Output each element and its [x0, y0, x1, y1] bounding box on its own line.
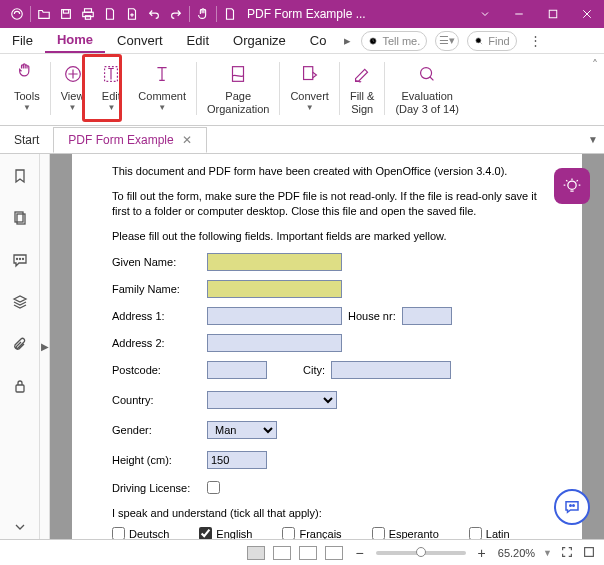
redo-icon[interactable] — [165, 0, 187, 28]
hint-bulb-button[interactable] — [554, 168, 590, 204]
fit-page-button[interactable] — [582, 545, 596, 561]
ribbon-tools[interactable]: Tools ▼ — [6, 58, 48, 125]
fullscreen-button[interactable] — [560, 545, 574, 561]
label-postcode: Postcode: — [112, 364, 207, 376]
input-given-name[interactable] — [207, 253, 342, 271]
ribbon: Tools ▼ View ▼ Edit ▼ Comment ▼ Page Org… — [0, 54, 604, 126]
input-house-nr[interactable] — [402, 307, 452, 325]
filter-button[interactable]: ☰▾ — [435, 31, 459, 51]
sidebar-more-icon[interactable] — [8, 515, 32, 539]
ribbon-comment[interactable]: Comment ▼ — [130, 58, 194, 125]
view-continuous[interactable] — [273, 546, 291, 560]
menu-home[interactable]: Home — [45, 28, 105, 53]
zoom-dropdown[interactable]: ▼ — [543, 548, 552, 558]
tabs-dropdown[interactable]: ▼ — [588, 134, 598, 145]
pdf-page: This document and PDF form have been cre… — [72, 154, 582, 539]
save-icon[interactable] — [55, 0, 77, 28]
view-two-page[interactable] — [299, 546, 317, 560]
svg-rect-12 — [303, 67, 312, 80]
label-driving: Driving License: — [112, 482, 207, 494]
new-page-icon[interactable] — [121, 0, 143, 28]
menu-kebab[interactable]: ⋮ — [521, 33, 550, 48]
input-postcode[interactable] — [207, 361, 267, 379]
comments-icon[interactable] — [8, 248, 32, 272]
menu-overflow[interactable]: ▸ — [338, 33, 357, 48]
ribbon-evaluation[interactable]: Evaluation (Day 3 of 14) — [387, 58, 467, 125]
input-address1[interactable] — [207, 307, 342, 325]
select-country[interactable] — [207, 391, 337, 409]
svg-point-0 — [12, 9, 23, 20]
minimize-button[interactable] — [502, 0, 536, 28]
svg-point-21 — [570, 505, 572, 507]
input-address2[interactable] — [207, 334, 342, 352]
label-given-name: Given Name: — [112, 256, 207, 268]
checkbox-deutsch[interactable] — [112, 527, 125, 539]
undo-icon[interactable] — [143, 0, 165, 28]
hand-icon[interactable] — [192, 0, 214, 28]
print-icon[interactable] — [77, 0, 99, 28]
svg-point-8 — [476, 37, 481, 42]
find-search[interactable]: Find — [467, 31, 516, 51]
page-icon[interactable] — [99, 0, 121, 28]
svg-point-17 — [19, 259, 20, 260]
view-single-page[interactable] — [247, 546, 265, 560]
bookmark-icon[interactable] — [8, 164, 32, 188]
menu-edit[interactable]: Edit — [175, 29, 221, 52]
app-logo-icon[interactable] — [6, 0, 28, 28]
label-address1: Address 1: — [112, 310, 207, 322]
zoom-out-button[interactable]: − — [351, 545, 367, 561]
label-address2: Address 2: — [112, 337, 207, 349]
ribbon-convert[interactable]: Convert ▼ — [282, 58, 337, 125]
tellme-search[interactable]: Tell me. — [361, 31, 427, 51]
menu-more[interactable]: Co — [298, 29, 339, 52]
document-viewport[interactable]: This document and PDF form have been cre… — [50, 154, 604, 539]
svg-point-22 — [573, 505, 575, 507]
ribbon-collapse[interactable]: ˄ — [592, 58, 598, 72]
sidebar-expand-handle[interactable]: ▶ — [40, 154, 50, 539]
document-tabs: Start PDF Form Example ✕ ▼ — [0, 126, 604, 154]
tab-document[interactable]: PDF Form Example ✕ — [53, 127, 206, 153]
pages-icon[interactable] — [8, 206, 32, 230]
ribbon-edit[interactable]: Edit ▼ — [92, 58, 130, 125]
svg-rect-23 — [585, 547, 594, 556]
view-two-continuous[interactable] — [325, 546, 343, 560]
svg-point-20 — [568, 181, 576, 189]
label-lang-intro: I speak and understand (tick all that ap… — [112, 506, 552, 521]
security-icon[interactable] — [8, 374, 32, 398]
checkbox-english[interactable] — [199, 527, 212, 539]
doc-intro-2: To fill out the form, make sure the PDF … — [112, 189, 552, 219]
checkbox-driving[interactable] — [207, 481, 220, 494]
zoom-in-button[interactable]: + — [474, 545, 490, 561]
tab-close-icon[interactable]: ✕ — [182, 133, 192, 147]
attachments-icon[interactable] — [8, 332, 32, 356]
svg-rect-6 — [549, 10, 557, 18]
label-house-nr: House nr: — [348, 310, 396, 322]
zoom-slider[interactable] — [376, 551, 466, 555]
close-button[interactable] — [570, 0, 604, 28]
main-area: ▶ This document and PDF form have been c… — [0, 154, 604, 539]
ribbon-view[interactable]: View ▼ — [53, 58, 93, 125]
layers-icon[interactable] — [8, 290, 32, 314]
menu-file[interactable]: File — [0, 29, 45, 52]
title-doc-icon — [219, 0, 241, 28]
svg-rect-19 — [16, 385, 24, 392]
menu-convert[interactable]: Convert — [105, 29, 175, 52]
input-height[interactable] — [207, 451, 267, 469]
input-city[interactable] — [331, 361, 451, 379]
svg-point-16 — [16, 259, 17, 260]
ribbon-fill-sign[interactable]: Fill & Sign — [342, 58, 382, 125]
ribbon-page-org[interactable]: Page Organization — [199, 58, 277, 125]
chat-button[interactable] — [554, 489, 590, 525]
checkbox-esperanto[interactable] — [372, 527, 385, 539]
zoom-value: 65.20% — [498, 547, 535, 559]
tab-start[interactable]: Start — [0, 128, 53, 152]
open-icon[interactable] — [33, 0, 55, 28]
svg-rect-2 — [63, 10, 68, 14]
select-gender[interactable]: Man — [207, 421, 277, 439]
menu-organize[interactable]: Organize — [221, 29, 298, 52]
maximize-button[interactable] — [536, 0, 570, 28]
checkbox-latin[interactable] — [469, 527, 482, 539]
help-dropdown[interactable] — [468, 0, 502, 28]
checkbox-francais[interactable] — [282, 527, 295, 539]
input-family-name[interactable] — [207, 280, 342, 298]
